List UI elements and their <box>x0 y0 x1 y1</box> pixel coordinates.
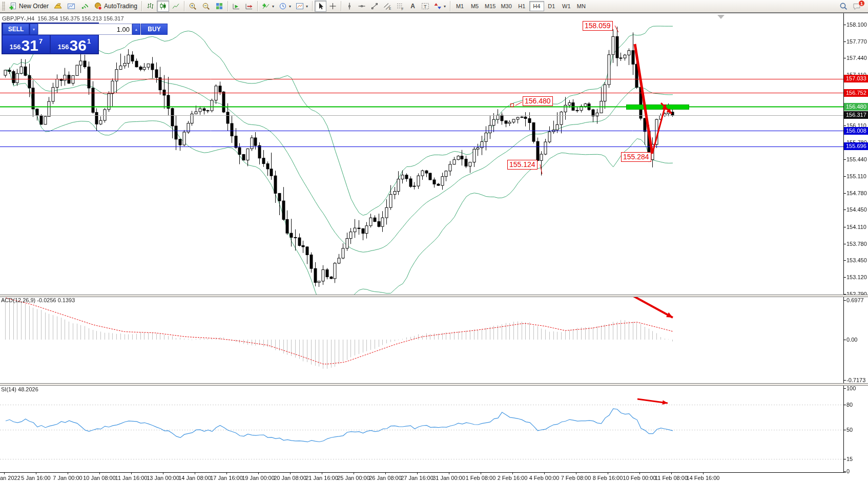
sell-price-display[interactable]: 156 31 7 <box>3 35 50 53</box>
sell-price-sup: 7 <box>39 37 43 45</box>
publish-button[interactable] <box>65 1 78 12</box>
macd-indicator-label: ACD(12,26,9) -0.0256 0.1393 <box>1 297 75 303</box>
new-order-label: New Order <box>19 3 49 10</box>
volume-down-button[interactable]: ▼ <box>30 24 38 35</box>
price-axis-tick: 154.450 <box>846 206 867 213</box>
sell-price-prefix: 156 <box>10 43 21 51</box>
rsi-axis-tick: 15 <box>846 456 853 462</box>
time-axis-label: 8 Feb 16:00 <box>593 475 623 481</box>
sell-price-main: 31 <box>22 39 38 52</box>
indicators-button[interactable]: ▾ <box>260 1 276 12</box>
arrows-dropdown-caret[interactable]: ▾ <box>444 4 446 9</box>
indicators-dropdown-caret[interactable]: ▾ <box>272 4 274 9</box>
time-axis-label: 1 Feb 08:00 <box>466 475 496 481</box>
price-level-box: 156.480 <box>844 103 868 111</box>
search-button[interactable] <box>837 1 850 12</box>
price-level-box: 157.033 <box>844 75 868 82</box>
periods-button[interactable]: ▾ <box>277 1 293 12</box>
channel-tool-button[interactable]: E <box>381 1 394 12</box>
price-level-box: 155.696 <box>844 142 868 150</box>
zoom-in-icon <box>189 2 197 11</box>
signals-button[interactable] <box>78 1 91 12</box>
time-axis-label: 20 Jan 08:00 <box>274 475 306 481</box>
equidistant-channel-icon: E <box>383 2 391 10</box>
tile-windows-button[interactable] <box>213 1 225 12</box>
fibonacci-tool-button[interactable]: F <box>394 1 406 12</box>
autotrading-button[interactable]: AutoTrading <box>92 1 139 12</box>
time-axis-label: 21 Jan 16:00 <box>305 475 338 481</box>
timeframe-button-mn[interactable]: MN <box>574 1 589 11</box>
time-axis-label: 27 Jan 16:00 <box>401 475 433 481</box>
timeframe-button-m15[interactable]: M15 <box>482 1 498 11</box>
trendline-icon <box>370 2 379 10</box>
price-annotation-tag[interactable]: 156.480 <box>523 96 553 106</box>
templates-dropdown-caret[interactable]: ▾ <box>306 4 308 9</box>
templates-button[interactable]: ▾ <box>294 1 310 12</box>
vertical-line-tool-button[interactable] <box>343 1 355 12</box>
zoom-in-button[interactable] <box>187 1 199 12</box>
cursor-tool-button[interactable] <box>315 1 326 12</box>
price-axis-tick: 157.440 <box>846 55 867 61</box>
price-annotation-tag[interactable]: 155.124 <box>507 160 538 170</box>
price-annotation-tag[interactable]: 158.059 <box>583 21 613 31</box>
arrows-tool-button[interactable]: ▾ <box>432 1 448 12</box>
line-chart-icon <box>172 2 180 10</box>
cursor-icon <box>317 2 324 10</box>
periods-dropdown-caret[interactable]: ▾ <box>289 4 291 9</box>
buy-button[interactable]: BUY <box>141 24 168 35</box>
timeframe-button-m5[interactable]: M5 <box>467 1 482 11</box>
timeframe-button-m30[interactable]: M30 <box>498 1 514 11</box>
timeframe-button-h1[interactable]: H1 <box>514 1 529 11</box>
new-order-button[interactable]: New Order <box>7 1 51 12</box>
notifications-button[interactable]: 1 <box>851 1 864 12</box>
clock-icon <box>279 2 287 10</box>
bar-chart-button[interactable] <box>144 1 156 12</box>
text-tool-button[interactable]: A <box>407 1 419 12</box>
buy-price-main: 36 <box>70 39 87 52</box>
candlestick-chart-button[interactable] <box>157 1 169 12</box>
symbol-name: GBPJPY-,H4 <box>2 15 34 22</box>
gold-ingot-icon <box>53 2 63 10</box>
auto-scroll-button[interactable] <box>230 1 242 12</box>
timeframe-button-w1[interactable]: W1 <box>559 1 574 11</box>
zoom-out-button[interactable] <box>200 1 213 12</box>
buy-price-display[interactable]: 156 36 1 <box>51 35 98 53</box>
price-level-box: 156.008 <box>844 127 868 135</box>
volume-input[interactable] <box>38 24 132 35</box>
crosshair-tool-button[interactable] <box>327 1 339 12</box>
label-tool-button[interactable]: T <box>419 1 431 12</box>
pane-separator-macd[interactable] <box>0 295 868 297</box>
volume-up-button[interactable]: ▲ <box>132 24 140 35</box>
timeframe-button-m1[interactable]: M1 <box>452 1 467 11</box>
sell-button[interactable]: SELL <box>3 24 29 35</box>
price-level-box: 156.317 <box>844 111 868 119</box>
price-axis-tick: 155.440 <box>846 156 867 162</box>
toolbar-grip[interactable] <box>2 2 5 11</box>
vertical-line-icon <box>346 2 353 10</box>
template-icon <box>296 2 304 10</box>
time-axis-label: 7 Jan 00:00 <box>53 475 82 481</box>
macd-axis-tick: -0.7173 <box>846 377 865 383</box>
time-axis-label: 7 Feb 08:00 <box>561 475 591 481</box>
time-axis-label: 10 Feb 00:00 <box>623 475 656 481</box>
svg-text:F: F <box>402 7 404 11</box>
timeframe-button-h4[interactable]: H4 <box>529 1 544 11</box>
time-axis-label: 14 Feb 16:00 <box>687 475 720 481</box>
trendline-tool-button[interactable] <box>368 1 381 12</box>
bar-chart-icon <box>146 2 154 10</box>
time-axis-label: 17 Jan 16:00 <box>210 475 243 481</box>
time-axis-label: 26 Jan 08:00 <box>369 475 402 481</box>
chart-shift-button[interactable] <box>243 1 255 12</box>
chart-canvas[interactable] <box>0 0 868 482</box>
price-axis-tick: 153.120 <box>846 274 867 280</box>
horizontal-line-tool-button[interactable] <box>356 1 368 12</box>
timeframe-button-d1[interactable]: D1 <box>544 1 559 11</box>
toolbar-separator <box>257 1 258 11</box>
line-chart-button[interactable] <box>170 1 182 12</box>
gold-ingot-button[interactable] <box>51 1 65 12</box>
toolbar-separator <box>450 1 450 11</box>
time-axis-label: 31 Jan 00:00 <box>432 475 465 481</box>
candlestick-chart-icon <box>159 2 167 10</box>
pane-separator-rsi[interactable] <box>0 383 868 386</box>
price-annotation-tag[interactable]: 155.284 <box>621 152 651 162</box>
